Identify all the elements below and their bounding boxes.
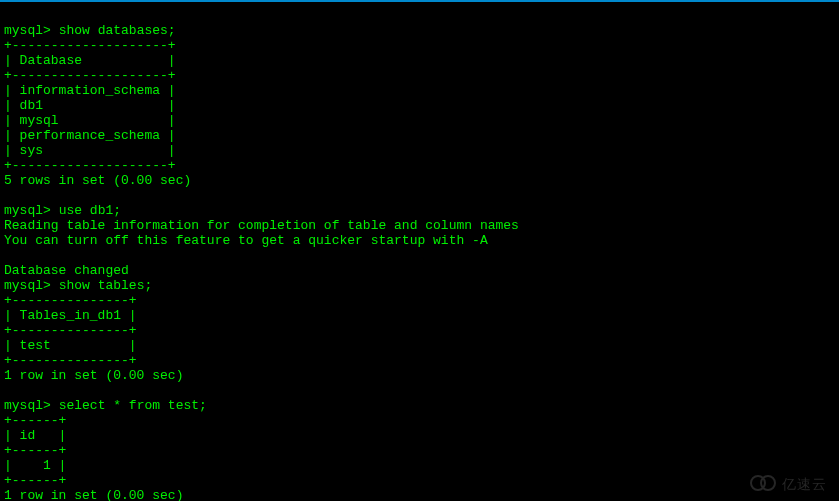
table-row: | db1 |: [4, 98, 176, 113]
prompt: mysql>: [4, 278, 51, 293]
result-footer: 1 row in set (0.00 sec): [4, 488, 183, 501]
table-border: +---------------+: [4, 323, 137, 338]
table-header: | Database |: [4, 53, 176, 68]
table-border: +------+: [4, 443, 66, 458]
terminal-output: mysql> show databases; +----------------…: [0, 2, 839, 501]
prompt: mysql>: [4, 398, 51, 413]
cmd-use-db1: use db1;: [59, 203, 121, 218]
cmd-select-test: select * from test;: [59, 398, 207, 413]
msg-reading-table: Reading table information for completion…: [4, 218, 519, 233]
watermark: 亿速云: [750, 475, 827, 493]
cmd-show-tables: show tables;: [59, 278, 153, 293]
table-row: | test |: [4, 338, 137, 353]
table-border: +---------------+: [4, 293, 137, 308]
watermark-text: 亿速云: [782, 477, 827, 492]
table-border: +--------------------+: [4, 38, 176, 53]
table-row: | sys |: [4, 143, 176, 158]
table-row: | performance_schema |: [4, 128, 176, 143]
table-header: | id |: [4, 428, 66, 443]
table-row: | mysql |: [4, 113, 176, 128]
prompt: mysql>: [4, 23, 51, 38]
table-row: | 1 |: [4, 458, 66, 473]
table-row: | information_schema |: [4, 83, 176, 98]
cmd-show-databases: show databases;: [59, 23, 176, 38]
msg-turn-off: You can turn off this feature to get a q…: [4, 233, 488, 248]
table-header: | Tables_in_db1 |: [4, 308, 137, 323]
result-footer: 1 row in set (0.00 sec): [4, 368, 183, 383]
msg-db-changed: Database changed: [4, 263, 129, 278]
result-footer: 5 rows in set (0.00 sec): [4, 173, 191, 188]
prompt: mysql>: [4, 203, 51, 218]
table-border: +---------------+: [4, 353, 137, 368]
table-border: +--------------------+: [4, 158, 176, 173]
watermark-logo-icon: [750, 475, 778, 493]
table-border: +--------------------+: [4, 68, 176, 83]
table-border: +------+: [4, 413, 66, 428]
table-border: +------+: [4, 473, 66, 488]
